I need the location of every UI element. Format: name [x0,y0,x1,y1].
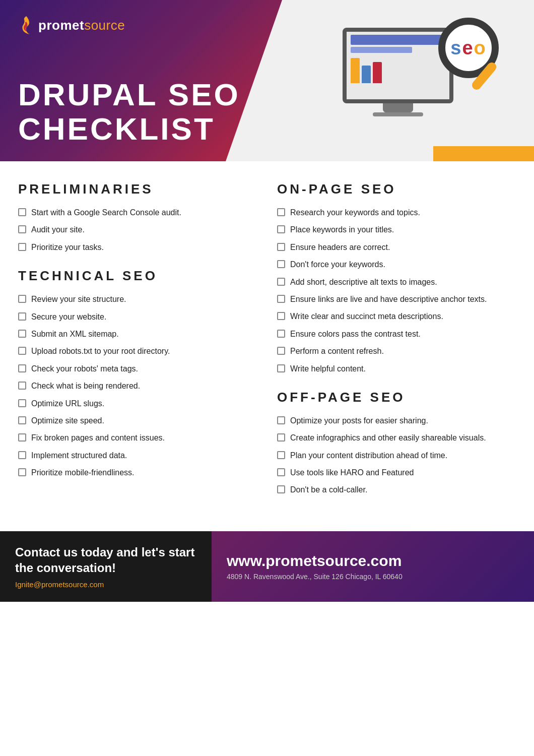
list-item: Place keywords in your titles. [277,224,516,235]
checkbox[interactable] [18,312,26,321]
checkbox[interactable] [277,330,285,338]
list-item: Plan your content distribution ahead of … [277,450,516,461]
checkbox[interactable] [277,312,285,320]
checkbox[interactable] [18,451,26,459]
checklist-technical-seo: Review your site structure. Secure your … [18,294,257,478]
checkbox[interactable] [18,243,26,251]
checkbox[interactable] [277,468,285,476]
checkbox[interactable] [277,295,285,303]
checkbox[interactable] [277,451,285,459]
list-item: Prioritize your tasks. [18,242,257,253]
checkbox[interactable] [18,468,26,476]
list-item: Ensure headers are correct. [277,242,516,253]
list-item: Upload robots.txt to your root directory… [18,346,257,357]
footer-left: Contact us today and let's start the con… [0,531,212,602]
checkbox[interactable] [18,225,26,233]
list-item: Perform a content refresh. [277,346,516,357]
section-title-on-page-seo: ON-PAGE SEO [277,181,516,197]
checkbox[interactable] [18,382,26,390]
section-on-page-seo: ON-PAGE SEO Research your keywords and t… [277,181,516,374]
checkbox[interactable] [277,225,285,233]
section-technical-seo: TECHNICAL SEO Review your site structure… [18,268,257,478]
list-item: Ensure links are live and have descripti… [277,294,516,305]
section-title-preliminaries: PRELIMINARIES [18,181,257,197]
header: prometsource DRUPAL SEO CHECKLIST [0,0,534,161]
list-item: Fix broken pages and content issues. [18,432,257,444]
list-item: Create infographics and other easily sha… [277,432,516,444]
checklist-on-page-seo: Research your keywords and topics. Place… [277,207,516,374]
checkbox[interactable] [18,416,26,424]
header-illustration: seo [312,5,524,151]
list-item: Write clear and succinct meta descriptio… [277,311,516,322]
checkbox[interactable] [277,364,285,372]
list-item: Audit your site. [18,224,257,235]
checkbox[interactable] [277,347,285,355]
checkbox[interactable] [277,208,285,216]
checkbox[interactable] [277,243,285,251]
right-column: ON-PAGE SEO Research your keywords and t… [272,181,516,511]
section-title-off-page-seo: OFF-PAGE SEO [277,390,516,405]
list-item: Ensure colors pass the contrast test. [277,329,516,340]
checkbox[interactable] [277,260,285,268]
magnifier: seo [438,18,499,78]
logo: prometsource [18,15,125,35]
footer-right: www.prometsource.com 4809 N. Ravenswood … [212,531,534,602]
list-item: Prioritize mobile-friendliness. [18,467,257,478]
footer: Contact us today and let's start the con… [0,531,534,602]
left-column: PRELIMINARIES Start with a Google Search… [18,181,272,511]
checkbox[interactable] [18,433,26,442]
checkbox[interactable] [277,485,285,493]
section-off-page-seo: OFF-PAGE SEO Optimize your posts for eas… [277,390,516,496]
page-title: DRUPAL SEO CHECKLIST [18,78,240,146]
orange-accent-bar [433,146,534,161]
list-item: Review your site structure. [18,294,257,305]
list-item: Research your keywords and topics. [277,207,516,218]
logo-text: prometsource [38,18,125,33]
list-item: Optimize site speed. [18,415,257,426]
list-item: Write helpful content. [277,363,516,374]
monitor-screen [343,28,453,103]
checkbox[interactable] [18,295,26,303]
checkbox[interactable] [18,208,26,216]
list-item: Optimize your posts for easier sharing. [277,415,516,426]
list-item: Use tools like HARO and Featured [277,467,516,478]
checkbox[interactable] [277,433,285,442]
checkbox[interactable] [18,364,26,372]
list-item: Check what is being rendered. [18,381,257,392]
footer-cta-text: Contact us today and let's start the con… [15,544,196,576]
list-item: Implement structured data. [18,450,257,461]
checkbox[interactable] [18,330,26,338]
checkbox[interactable] [18,347,26,355]
section-title-technical-seo: TECHNICAL SEO [18,268,257,284]
section-preliminaries: PRELIMINARIES Start with a Google Search… [18,181,257,253]
checkbox[interactable] [18,399,26,407]
list-item: Don't force your keywords. [277,259,516,270]
checkbox[interactable] [277,278,285,286]
checklist-preliminaries: Start with a Google Search Console audit… [18,207,257,253]
checkbox[interactable] [277,416,285,424]
footer-email[interactable]: Ignite@prometsource.com [15,580,196,589]
flame-icon [18,15,34,35]
list-item: Check your robots' meta tags. [18,363,257,374]
main-content: PRELIMINARIES Start with a Google Search… [0,161,534,521]
footer-address: 4809 N. Ravenswood Ave., Suite 126 Chica… [227,573,519,581]
list-item: Start with a Google Search Console audit… [18,207,257,218]
list-item: Submit an XML sitemap. [18,329,257,340]
list-item: Optimize URL slugs. [18,398,257,409]
checklist-off-page-seo: Optimize your posts for easier sharing. … [277,415,516,496]
list-item: Don't be a cold-caller. [277,484,516,495]
list-item: Add short, descriptive alt texts to imag… [277,277,516,288]
list-item: Secure your website. [18,311,257,323]
footer-website: www.prometsource.com [227,552,519,570]
